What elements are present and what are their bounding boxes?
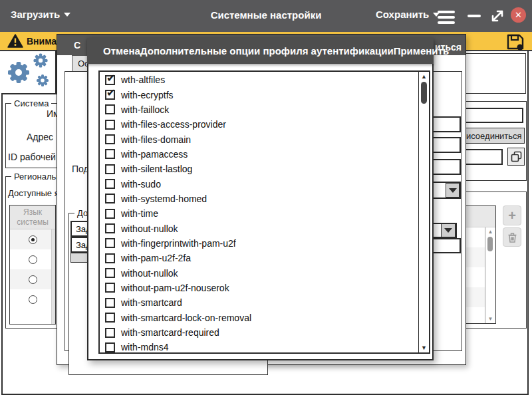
option-row[interactable]: without-pam-u2f-nouserok — [100, 281, 418, 295]
option-checkbox[interactable] — [105, 194, 115, 203]
option-checkbox[interactable] — [105, 298, 115, 308]
options-scrollbar[interactable]: ▲ ▼ — [418, 72, 429, 352]
option-checkbox[interactable] — [105, 328, 115, 338]
cancel-button[interactable]: Отмена — [103, 45, 140, 57]
option-checkbox[interactable] — [105, 342, 115, 352]
modal-header: Отмена Дополнительные опции профиля ауте… — [87, 38, 434, 64]
checkmark-icon: ✔ — [106, 72, 115, 84]
delete-button[interactable] — [503, 227, 521, 247]
language-radio[interactable] — [29, 295, 37, 304]
dialog-button-fragment[interactable] — [70, 253, 88, 263]
chevron-down-icon — [449, 188, 457, 193]
dialog-field-label-fragment: Под — [72, 164, 89, 174]
option-checkbox[interactable] — [105, 104, 115, 114]
option-row[interactable]: with-pamaccess — [100, 147, 418, 162]
option-label: with-systemd-homed — [121, 194, 207, 204]
option-checkbox[interactable] — [105, 238, 115, 248]
option-row[interactable]: ✔wth-altfiles — [100, 72, 418, 87]
scroll-up-icon[interactable]: ▲ — [419, 73, 429, 80]
system-group-legend: Система — [11, 98, 51, 108]
options-rows: ✔wth-altfiles✔with-ecryptfswith-faillock… — [100, 72, 418, 354]
option-row[interactable]: ✔with-ecryptfs — [100, 87, 418, 102]
option-label: with-sudo — [121, 179, 161, 190]
option-label: with-files-access-provider — [121, 119, 226, 130]
workgroup-id-label: ID рабочей — [8, 152, 56, 162]
gears-icon — [1, 51, 55, 93]
option-checkbox[interactable] — [105, 134, 115, 144]
warning-triangle-icon — [7, 34, 23, 49]
modal-title: Дополнительные опции профиля аутентифика… — [140, 45, 394, 57]
option-row[interactable]: with-smartcard-required — [100, 325, 418, 340]
language-radio[interactable] — [29, 235, 37, 244]
language-table-rows — [10, 229, 55, 309]
option-checkbox[interactable] — [105, 179, 115, 189]
apply-button[interactable]: Применить — [394, 45, 449, 57]
save-floppy-icon[interactable] — [506, 33, 525, 51]
option-checkbox[interactable] — [105, 164, 115, 174]
copy-icon — [511, 151, 522, 162]
plus-icon: + — [508, 208, 516, 223]
expand-icon[interactable] — [489, 7, 506, 25]
option-label: with-silent-lastlog — [121, 164, 192, 174]
app-logo-gears — [1, 51, 57, 94]
copy-button[interactable] — [507, 148, 525, 166]
dropdown-arrow-button[interactable] — [446, 183, 460, 198]
option-checkbox[interactable] — [105, 268, 115, 278]
language-radio[interactable] — [29, 275, 37, 284]
auth-options-modal: Отмена Дополнительные опции профиля ауте… — [87, 38, 434, 360]
checkmark-icon: ✔ — [106, 86, 115, 99]
option-label: without-nullok — [121, 223, 178, 234]
option-row[interactable]: with-smartcard — [100, 295, 418, 310]
close-icon[interactable]: ✕ — [511, 7, 526, 23]
option-label: without-nullok — [121, 268, 178, 279]
option-label: without-pam-u2f-nouserok — [121, 283, 229, 293]
option-checkbox[interactable] — [105, 120, 115, 130]
option-checkbox[interactable] — [105, 253, 115, 263]
option-row[interactable]: with-sudo — [100, 176, 418, 191]
language-row[interactable] — [10, 289, 55, 309]
option-row[interactable]: with-silent-lastlog — [100, 162, 418, 176]
language-table-scrollbar[interactable] — [51, 229, 55, 324]
option-row[interactable]: with-mdns4 — [100, 340, 418, 354]
option-label: wth-altfiles — [121, 74, 165, 85]
scroll-up-icon[interactable]: ▲ — [485, 229, 495, 235]
option-row[interactable]: with-files-domain — [100, 132, 418, 146]
language-row[interactable] — [10, 229, 55, 249]
scroll-thumb[interactable] — [487, 237, 493, 251]
language-radio[interactable] — [29, 255, 37, 264]
option-label: with-files-domain — [121, 134, 191, 145]
save-menu-button[interactable]: Сохранить — [376, 9, 440, 20]
option-row[interactable]: with-files-access-provider — [100, 117, 418, 132]
option-checkbox[interactable] — [105, 209, 115, 219]
option-row[interactable]: with-pam-u2f-2fa — [100, 251, 418, 265]
option-label: with-pamaccess — [121, 149, 188, 160]
scroll-down-icon[interactable]: ▼ — [485, 316, 495, 322]
option-label: with-smartcard-lock-on-removal — [121, 313, 251, 323]
option-row[interactable]: without-nullok — [100, 265, 418, 280]
language-row[interactable] — [10, 269, 55, 289]
dropdown-arrow-button[interactable] — [441, 223, 456, 237]
language-row[interactable] — [10, 249, 55, 269]
chevron-down-icon — [444, 228, 452, 233]
option-row[interactable]: without-nullok — [100, 221, 418, 235]
option-checkbox[interactable] — [105, 313, 115, 323]
hamburger-menu-icon[interactable] — [438, 8, 455, 27]
option-checkbox[interactable]: ✔ — [105, 90, 115, 100]
option-row[interactable]: with-smartcard-lock-on-removal — [100, 311, 418, 325]
option-row[interactable]: with-time — [100, 206, 418, 221]
add-button[interactable]: + — [503, 205, 521, 225]
right-table-scrollbar[interactable]: ▲ ▼ — [485, 227, 495, 323]
option-checkbox[interactable]: ✔ — [105, 75, 115, 85]
minimize-icon[interactable] — [467, 15, 481, 17]
options-list: ✔wth-altfiles✔with-ecryptfswith-faillock… — [98, 70, 430, 354]
option-row[interactable]: with-fingerprintwith-pam-u2f — [100, 236, 418, 251]
option-row[interactable]: with-faillock — [100, 102, 418, 117]
option-checkbox[interactable] — [105, 283, 115, 293]
option-checkbox[interactable] — [105, 149, 115, 159]
scroll-down-icon[interactable]: ▼ — [419, 344, 429, 351]
scroll-thumb[interactable] — [421, 82, 427, 104]
dialog-header-left-fragment[interactable]: С — [74, 40, 80, 51]
option-row[interactable]: with-systemd-homed — [100, 192, 418, 206]
option-checkbox[interactable] — [105, 223, 115, 233]
save-menu-label: Сохранить — [376, 9, 429, 20]
